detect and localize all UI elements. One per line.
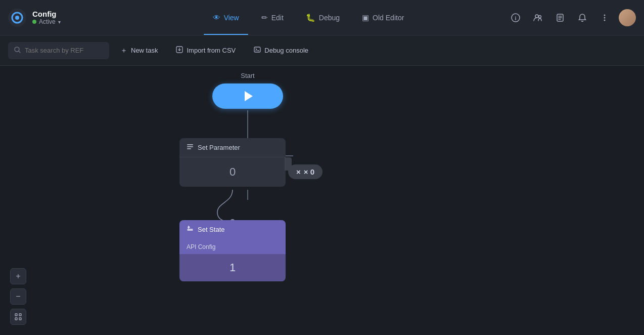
svg-line-15 [19,51,20,53]
set-state-subtitle: API Config [187,243,215,250]
search-box[interactable] [8,42,109,59]
tab-debug-label: Debug [319,14,340,22]
svg-rect-29 [15,318,17,320]
set-state-node[interactable]: Set State API Config 1 [179,220,286,281]
svg-point-5 [535,15,538,18]
status-dot [32,20,36,24]
users-button[interactable] [530,10,546,26]
logo-title-area: Config Active ▾ [32,10,61,25]
nav-right: i [508,9,636,26]
set-state-value: 1 [229,261,236,274]
new-task-label: New task [131,47,158,54]
set-parameter-body: 0 [179,157,286,187]
debug-console-button[interactable]: Debug console [247,43,315,58]
bug-icon: 🐛 [306,13,315,22]
import-from-csv-button[interactable]: Import from CSV [169,43,243,58]
chevron-down-icon: ▾ [58,19,61,25]
set-state-icon [187,225,194,234]
info-button[interactable]: i [508,10,524,26]
pencil-icon: ✏ [261,13,268,22]
search-icon [14,47,21,55]
svg-rect-26 [187,148,191,149]
set-parameter-icon [187,143,194,152]
debug-console-icon [254,46,261,55]
app-logo-icon [8,9,26,27]
bottom-controls: + − [10,268,26,325]
layout-icon: ▣ [362,13,369,22]
svg-rect-28 [19,314,21,316]
more-button[interactable] [596,10,613,26]
svg-point-12 [604,17,606,18]
tab-old-editor-label: Old Editor [373,14,404,22]
svg-rect-30 [19,318,21,320]
top-nav: Config Active ▾ 👁 View ✏ Edit 🐛 Debug ▣ … [0,0,644,35]
nav-tabs: 👁 View ✏ Edit 🐛 Debug ▣ Old Editor [109,9,508,26]
document-button[interactable] [552,10,568,26]
eye-icon: 👁 [213,13,220,22]
canvas-area: Start Set Parameter 0 × × 0 Set State [0,66,644,335]
svg-rect-17 [254,47,260,52]
import-icon [176,46,183,55]
set-state-label: Set State [198,226,224,233]
svg-text:i: i [515,15,517,21]
bell-button[interactable] [574,10,590,26]
x0-badge: × × 0 [288,164,323,179]
status-label: Active [39,18,56,25]
toolbar: ＋ New task Import from CSV Debug console [0,35,644,66]
fit-button[interactable] [10,309,26,325]
tab-view-label: View [224,14,239,22]
start-label: Start [212,72,283,79]
tab-edit[interactable]: ✏ Edit [252,9,293,26]
start-button[interactable] [212,83,283,109]
avatar[interactable] [619,9,636,26]
tab-view[interactable]: 👁 View [204,9,248,26]
app-title: Config [32,10,61,18]
svg-rect-27 [15,314,17,316]
svg-rect-25 [187,146,193,147]
set-parameter-node[interactable]: Set Parameter 0 [179,138,286,187]
svg-point-11 [604,14,606,16]
play-icon [245,91,253,101]
import-label: Import from CSV [187,47,236,54]
set-parameter-label: Set Parameter [198,144,240,151]
new-task-button[interactable]: ＋ New task [113,43,165,59]
tab-debug[interactable]: 🐛 Debug [297,9,349,26]
flow-svg [0,66,644,335]
plus-icon: ＋ [120,46,127,55]
search-input[interactable] [25,47,101,54]
set-parameter-header: Set Parameter [179,138,286,157]
svg-point-13 [604,19,606,21]
avatar-image [619,9,636,26]
set-parameter-value: 0 [229,165,236,179]
set-state-header: Set State [179,220,286,239]
svg-point-2 [15,16,19,20]
zoom-out-button[interactable]: − [10,288,26,305]
set-state-footer: 1 [179,254,286,281]
x0-value: × 0 [304,167,314,176]
debug-console-label: Debug console [264,47,308,54]
svg-rect-24 [187,144,193,145]
tab-edit-label: Edit [271,14,284,22]
svg-point-6 [539,15,541,18]
logo-area: Config Active ▾ [8,9,109,27]
x-icon: × [296,167,301,176]
status-badge[interactable]: Active ▾ [32,18,61,25]
tab-old-editor[interactable]: ▣ Old Editor [353,9,413,26]
zoom-in-button[interactable]: + [10,268,26,284]
set-state-body: API Config [179,239,286,254]
